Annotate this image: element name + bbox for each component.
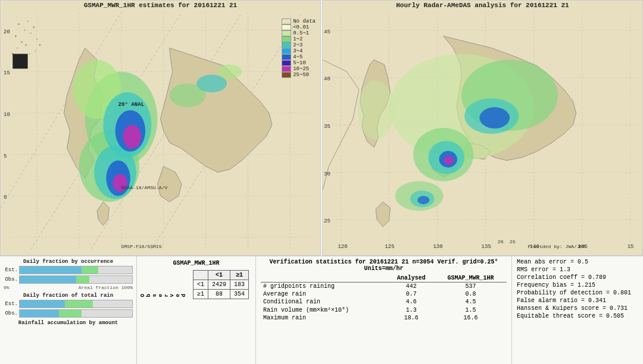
mean-abs-error: Mean abs error = 0.5 xyxy=(517,259,638,265)
svg-text:130: 130 xyxy=(433,243,442,250)
verif-label-2: Conditional rain xyxy=(261,298,388,306)
ct-v88: 88 xyxy=(208,290,230,299)
verif-header-row: Analysed GSMAP_MWR_1HR xyxy=(261,274,507,283)
est-occurrence-fill xyxy=(20,266,82,274)
svg-text:25: 25 xyxy=(510,239,516,244)
verif-label-3: Rain volume (mm×km²×10⁶) xyxy=(261,306,388,314)
hanssen-kuipers: Hanssen & Kuipers score = 0.731 xyxy=(517,305,638,312)
legend-4: 4~5 xyxy=(282,54,316,60)
svg-point-28 xyxy=(196,74,227,92)
verif-col-gsmap: GSMAP_MWR_1HR xyxy=(435,274,507,283)
svg-point-74 xyxy=(479,107,510,128)
ct-row-ge1: ≥1 88 354 xyxy=(193,290,249,299)
freq-bias: Frequency bias = 1.215 xyxy=(517,282,638,288)
ct-col-lt1: <1 xyxy=(208,271,230,280)
svg-point-25 xyxy=(123,125,141,149)
svg-point-29 xyxy=(218,64,242,79)
rms-error: RMS error = 1.3 xyxy=(517,266,638,273)
svg-text:15: 15 xyxy=(4,70,10,76)
left-map-panel: GSMAP_MWR_1HR estimates for 20161221 21 … xyxy=(0,0,321,256)
svg-point-31 xyxy=(24,30,26,31)
svg-text:35: 35 xyxy=(324,123,330,130)
verif-panel: Verification statistics for 20161221 21 … xyxy=(256,256,512,364)
svg-point-32 xyxy=(15,35,17,37)
ct-title: GSMAP_MWR_1HR xyxy=(141,260,252,266)
verif-analysed-0: 442 xyxy=(388,283,435,291)
verif-analysed-3: 1.3 xyxy=(388,306,435,314)
svg-text:5: 5 xyxy=(4,153,7,159)
svg-point-30 xyxy=(18,23,20,25)
ct-row-label-lt1: <1 xyxy=(193,280,208,290)
prob-detect: Probability of detection = 0.801 xyxy=(517,290,638,296)
bar-charts-panel: Daily fraction by occurrence Est. Obs. 0… xyxy=(0,256,137,364)
contingency-table: <1 ≥1 <1 2429 183 ≥1 88 354 xyxy=(193,270,249,299)
ct-col-ge1: ≥1 xyxy=(230,271,249,280)
legend-color-5 xyxy=(282,60,291,66)
obs-occurrence-row: Obs. xyxy=(4,275,133,284)
legend-2: 2~3 xyxy=(282,42,316,48)
obs-label-2: Obs. xyxy=(4,310,18,316)
est-rain-fill xyxy=(20,300,65,307)
svg-text:120: 120 xyxy=(338,243,347,250)
svg-point-75 xyxy=(358,80,394,140)
svg-text:10: 10 xyxy=(4,111,10,118)
legend-color-001 xyxy=(282,24,291,30)
est-rain-bar xyxy=(19,300,133,308)
verif-col-analysed: Analysed xyxy=(388,274,435,283)
obs-rain-fill2 xyxy=(59,310,82,317)
verif-gsmap-4: 16.6 xyxy=(435,314,507,322)
svg-point-78 xyxy=(417,196,429,204)
obs-rain-bar xyxy=(19,309,133,318)
svg-text:Provided by: JWA/JMA: Provided by: JWA/JMA xyxy=(527,244,585,249)
svg-point-41 xyxy=(29,54,30,55)
svg-text:20: 20 xyxy=(498,239,504,244)
left-map-title: GSMAP_MWR_1HR estimates for 20161221 21 xyxy=(84,2,237,9)
legend-color-05 xyxy=(282,30,291,36)
obs-occurrence-fill xyxy=(20,276,76,283)
svg-text:25: 25 xyxy=(324,218,330,224)
legend-color-3 xyxy=(282,48,291,54)
svg-text:20: 20 xyxy=(4,29,10,35)
verif-analysed-4: 18.6 xyxy=(388,314,435,322)
corr-coeff: Correlation coeff = 0.789 xyxy=(517,274,638,281)
bottom-row: Daily fraction by occurrence Est. Obs. 0… xyxy=(0,256,643,364)
left-map-svg: 20° ANAL 20 15 10 5 0 NOAA-18/AMSU-A/V D… xyxy=(1,1,320,255)
verif-gsmap-2: 4.5 xyxy=(435,298,507,306)
legend-001: <0.01 xyxy=(282,24,316,30)
verif-label-4: Maximum rain xyxy=(261,314,388,322)
ct-v354: 354 xyxy=(230,290,249,299)
svg-text:45: 45 xyxy=(324,29,330,35)
svg-text:15: 15 xyxy=(628,243,634,250)
svg-rect-45 xyxy=(13,54,27,69)
accumulation-title: Rainfall accumulation by amount xyxy=(4,320,133,326)
verif-analysed-1: 0.7 xyxy=(388,290,435,298)
ct-v183: 183 xyxy=(230,280,249,290)
svg-text:20° ANAL: 20° ANAL xyxy=(118,101,145,108)
verif-row-1: Average rain 0.7 0.8 xyxy=(261,290,507,298)
verif-label-1: Average rain xyxy=(261,290,388,298)
verif-col-label xyxy=(261,274,388,283)
svg-point-43 xyxy=(35,51,36,52)
svg-text:DMSP-F18/SSMIS: DMSP-F18/SSMIS xyxy=(121,244,162,249)
false-alarm-ratio: False alarm ratio = 0.341 xyxy=(517,297,638,304)
ct-row-lt1: <1 2429 183 xyxy=(193,280,249,290)
verif-analysed-2: 4.6 xyxy=(388,298,435,306)
verif-row-3: Rain volume (mm×km²×10⁶) 1.3 1.5 xyxy=(261,306,507,314)
rain-title: Daily fraction of total rain xyxy=(4,293,133,299)
svg-text:30: 30 xyxy=(324,171,330,177)
verif-title: Verification statistics for 20161221 21 … xyxy=(261,259,507,272)
right-map-panel: Hourly Radar-AMeDAS analysis for 2016122… xyxy=(322,0,643,256)
obs-occurrence-bar xyxy=(19,275,133,284)
svg-point-33 xyxy=(27,21,29,22)
est-label-1: Est. xyxy=(4,267,18,273)
legend-color-4 xyxy=(282,54,291,60)
legend-3: 3~4 xyxy=(282,48,316,54)
verif-label-0: # gridpoints raining xyxy=(261,283,388,291)
legend-nodata: No data xyxy=(282,18,316,24)
legend-1: 1~2 xyxy=(282,36,316,42)
est-rain-fill2 xyxy=(65,300,93,307)
occurrence-axis: 0% Areal fraction 100% xyxy=(4,285,133,290)
svg-point-35 xyxy=(30,33,32,34)
legend-5: 5~10 xyxy=(282,60,316,66)
verif-row-0: # gridpoints raining 442 537 xyxy=(261,283,507,291)
